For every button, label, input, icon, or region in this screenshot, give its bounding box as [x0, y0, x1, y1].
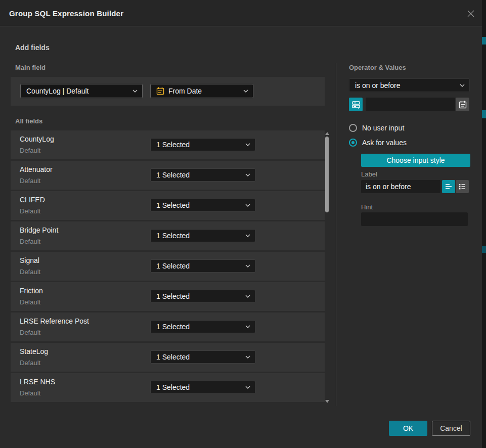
chevron-down-icon [243, 89, 248, 93]
field-values-select[interactable]: 1 Selected [150, 381, 255, 394]
field-subtitle: Default [20, 389, 40, 397]
operator-values-heading: Operator & Values [349, 64, 406, 71]
field-name: Friction [20, 287, 43, 295]
scrollbar-down-arrow[interactable] [325, 400, 329, 403]
field-values-select-value: 1 Selected [156, 323, 190, 331]
field-subtitle: Default [20, 238, 40, 245]
field-values-select-value: 1 Selected [156, 262, 190, 270]
scrollbar-thumb[interactable] [325, 137, 329, 212]
field-row-clifed: CLIFED Default 1 Selected [11, 191, 325, 220]
field-row-friction: Friction Default 1 Selected [11, 282, 325, 311]
calendar-icon[interactable] [456, 98, 469, 111]
single-value-style-icon[interactable] [442, 180, 455, 193]
list-style-icon[interactable] [456, 180, 469, 193]
field-name: CountyLog [20, 135, 54, 143]
field-name: LRSE NHS [20, 378, 55, 386]
chevron-down-icon [245, 204, 250, 207]
field-row-countylog: CountyLog Default 1 Selected [11, 130, 325, 159]
field-row-attenuator: Attenuator Default 1 Selected [11, 161, 325, 190]
operator-select[interactable]: is on or before [349, 78, 470, 92]
field-subtitle: Default [20, 298, 40, 306]
field-values-select[interactable]: 1 Selected [150, 229, 255, 242]
field-values-select-value: 1 Selected [156, 141, 190, 149]
choose-input-style-button[interactable]: Choose input style [361, 154, 470, 167]
field-values-select-value: 1 Selected [156, 353, 190, 361]
screen: Group SQL Expression Builder Add fields … [0, 0, 486, 448]
field-subtitle: Default [20, 147, 40, 154]
field-values-select-value: 1 Selected [156, 383, 190, 391]
add-fields-heading: Add fields [15, 43, 50, 52]
main-field-panel: CountyLog | Default From Date [11, 77, 325, 106]
field-name: Bridge Point [20, 226, 58, 234]
field-row-bridge-point: Bridge Point Default 1 Selected [11, 221, 325, 250]
field-values-select[interactable]: 1 Selected [150, 138, 255, 151]
chevron-down-icon [245, 234, 250, 237]
chevron-down-icon [460, 84, 465, 87]
background-app-edge [482, 0, 486, 448]
field-values-select[interactable]: 1 Selected [150, 320, 255, 333]
radio-circle-selected-icon [349, 139, 357, 147]
radio-circle-icon [349, 124, 357, 132]
label-input[interactable] [361, 180, 440, 193]
edge-accent-segment [482, 110, 486, 118]
radio-ask-for-values-label: Ask for values [362, 139, 407, 147]
field-subtitle: Default [20, 268, 40, 276]
field-values-select-value: 1 Selected [156, 232, 190, 240]
ok-button[interactable]: OK [389, 421, 427, 436]
chevron-down-icon [245, 143, 250, 146]
field-values-select-value: 1 Selected [156, 171, 190, 179]
radio-ask-for-values[interactable]: Ask for values [349, 139, 407, 147]
date-field-calendar-icon [156, 87, 164, 95]
hint-caption: Hint [361, 203, 373, 211]
chevron-down-icon [245, 355, 250, 359]
all-fields-heading: All fields [15, 117, 42, 125]
field-row-signal: Signal Default 1 Selected [11, 252, 325, 281]
field-subtitle: Default [20, 329, 40, 336]
field-name: Attenuator [20, 165, 53, 173]
field-row-lrse-nhs: LRSE NHS Default 1 Selected [11, 373, 325, 402]
close-icon[interactable] [466, 9, 476, 19]
chevron-down-icon [245, 386, 250, 389]
main-field-select[interactable]: CountyLog | Default [20, 84, 143, 98]
chevron-down-icon [245, 173, 250, 176]
main-field-heading: Main field [15, 64, 46, 71]
field-values-select[interactable]: 1 Selected [150, 168, 255, 182]
panel-divider [336, 63, 336, 406]
hint-input[interactable] [361, 212, 468, 226]
field-values-select[interactable]: 1 Selected [150, 290, 255, 303]
field-subtitle: Default [20, 359, 40, 367]
dialog-title: Group SQL Expression Builder [9, 0, 123, 26]
field-values-select[interactable]: 1 Selected [150, 199, 255, 212]
radio-no-user-input-label: No user input [362, 124, 404, 132]
edge-accent-segment [482, 37, 486, 44]
field-row-statelog: StateLog Default 1 Selected [11, 343, 325, 372]
field-values-select-value: 1 Selected [156, 201, 190, 209]
main-field-select-value: CountyLog | Default [26, 87, 89, 95]
chevron-down-icon [245, 295, 250, 298]
field-name: CLIFED [20, 196, 45, 204]
field-values-select-value: 1 Selected [156, 292, 190, 300]
group-sql-expression-builder-dialog: Group SQL Expression Builder Add fields … [0, 0, 482, 448]
field-name: Signal [20, 256, 39, 264]
date-value-input[interactable] [366, 98, 455, 111]
cancel-button[interactable]: Cancel [432, 421, 470, 436]
dialog-titlebar: Group SQL Expression Builder [0, 0, 482, 26]
field-values-select[interactable]: 1 Selected [150, 350, 255, 364]
field-name: StateLog [20, 347, 48, 355]
field-subtitle: Default [20, 177, 40, 185]
field-subtitle: Default [20, 207, 40, 215]
edge-accent-segment [482, 246, 486, 253]
main-subfield-select[interactable]: From Date [150, 84, 253, 98]
chevron-down-icon [132, 89, 138, 93]
chevron-down-icon [245, 264, 250, 267]
chevron-down-icon [245, 325, 250, 328]
field-name: LRSE Reference Post [20, 317, 89, 325]
input-type-icon[interactable] [349, 98, 363, 111]
operator-select-value: is on or before [355, 81, 401, 89]
field-values-select[interactable]: 1 Selected [150, 259, 255, 273]
main-subfield-select-value: From Date [168, 87, 202, 95]
scrollbar-up-arrow[interactable] [325, 132, 329, 135]
field-row-lrse-reference-post: LRSE Reference Post Default 1 Selected [11, 312, 325, 341]
radio-no-user-input[interactable]: No user input [349, 124, 404, 132]
label-caption: Label [361, 170, 377, 178]
